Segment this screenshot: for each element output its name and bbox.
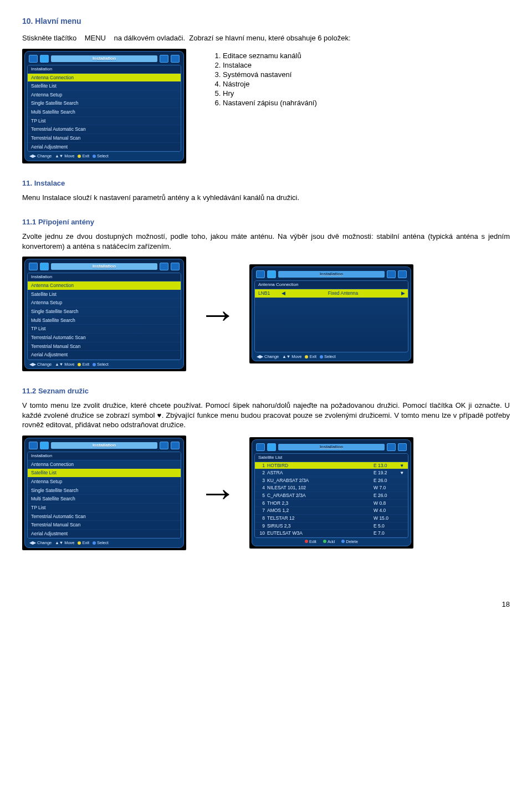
menu-item[interactable]: Single Satellite Search xyxy=(28,99,181,108)
screenshot-antenna-connection: Installation Antenna Connection LNB1 ◀ F… xyxy=(249,264,413,363)
menu-item[interactable]: Satellite List xyxy=(28,469,181,478)
menu-item[interactable]: Antenna Connection xyxy=(28,74,181,83)
satellite-row[interactable]: 10EUTELSAT W3AE 7.0 xyxy=(255,530,408,537)
menu-item[interactable]: TP List xyxy=(28,117,181,126)
menu-item[interactable]: Satellite List xyxy=(28,82,181,91)
menu-item[interactable]: Antenna Setup xyxy=(28,91,181,100)
body-11-2: V tomto menu lze zvolit družice, které c… xyxy=(22,401,510,430)
menu-item[interactable]: Satellite List xyxy=(28,290,181,299)
menu-hints: ◀▶Change ▲▼Move Exit Select xyxy=(27,152,181,159)
menu-item[interactable]: Multi Satellite Search xyxy=(28,316,181,325)
menu-item[interactable]: Antenna Connection xyxy=(28,460,181,469)
menu-item[interactable]: Terrestrial Manual Scan xyxy=(28,521,181,530)
menu-item[interactable]: Multi Satellite Search xyxy=(28,495,181,504)
intro-10: Stiskněte tlačítko MENU na dálkovém ovla… xyxy=(22,33,510,43)
menu-item[interactable]: Aerial Adjustment xyxy=(28,143,181,152)
menu-item[interactable]: Terrestrial Automatic Scan xyxy=(28,125,181,134)
menu-item[interactable]: Antenna Connection xyxy=(28,281,181,290)
screenshot-install-left: Installation Installation Antenna Connec… xyxy=(22,257,186,371)
heading-11: 11. Instalace xyxy=(22,179,510,187)
menu-item[interactable]: Aerial Adjustment xyxy=(28,530,181,539)
satellite-row[interactable]: 3KU_ARABSAT 2/3AE 26.0 xyxy=(255,477,408,485)
antenna-row[interactable]: LNB1 ◀ Fixed Antenna ▶ xyxy=(255,289,408,298)
page-number: 18 xyxy=(22,600,510,608)
satellite-row[interactable]: 5C_ARABSAT 2/3AE 26.0 xyxy=(255,492,408,500)
screenshot-satellite-list: Installation Satellite List 1HOTBIRDE 13… xyxy=(249,437,413,549)
menu-item[interactable]: Single Satellite Search xyxy=(28,486,181,495)
menu-item[interactable]: Single Satellite Search xyxy=(28,308,181,316)
screenshot-install-left2: Installation Installation Antenna Connec… xyxy=(22,436,186,550)
menu-item[interactable]: Terrestrial Automatic Scan xyxy=(28,513,181,521)
satellite-row[interactable]: 6THOR 2,3W 0.8 xyxy=(255,500,408,508)
menu-item[interactable]: Terrestrial Automatic Scan xyxy=(28,334,181,342)
menu-item[interactable]: Antenna Setup xyxy=(28,478,181,486)
heading-10: 10. Hlavní menu xyxy=(22,17,510,25)
menu-item[interactable]: Terrestrial Manual Scan xyxy=(28,134,181,143)
menu-item[interactable]: TP List xyxy=(28,325,181,334)
satellite-row[interactable]: 1HOTBIRDE 13.0♥ xyxy=(255,462,408,470)
satellite-row[interactable]: 8TELSTAR 12W 15.0 xyxy=(255,515,408,523)
menu-item[interactable]: Multi Satellite Search xyxy=(28,108,181,117)
satellite-row[interactable]: 9SIRIUS 2,3E 5.0 xyxy=(255,523,408,530)
body-11-1: Zvolte jednu ze dvou dostupných možností… xyxy=(22,232,510,251)
satellite-row[interactable]: 7AMOS 1,2W 4.0 xyxy=(255,507,408,515)
arrow-icon: → xyxy=(196,295,239,334)
menu-top-title: Installation xyxy=(51,55,157,62)
satellite-row[interactable]: 2ASTRAE 19.2♥ xyxy=(255,469,408,477)
heading-11-1: 11.1 Připojení antény xyxy=(22,218,510,226)
menu-item[interactable]: Antenna Setup xyxy=(28,299,181,308)
menu-item[interactable]: Aerial Adjustment xyxy=(28,351,181,360)
body-11: Menu Instalace slouží k nastavení parame… xyxy=(22,193,510,203)
menu-header: Installation xyxy=(28,65,181,74)
main-menu-list: Editace seznamu kanálů Instalace Systémo… xyxy=(213,51,510,107)
menu-item[interactable]: Terrestrial Manual Scan xyxy=(28,342,181,351)
arrow-icon: → xyxy=(196,473,239,512)
screenshot-main-menu: Installation Installation Antenna Connec… xyxy=(22,49,186,163)
heading-11-2: 11.2 Seznam družic xyxy=(22,387,510,395)
satellite-row[interactable]: 4NILESAT 101, 102W 7.0 xyxy=(255,484,408,492)
menu-item[interactable]: TP List xyxy=(28,504,181,513)
